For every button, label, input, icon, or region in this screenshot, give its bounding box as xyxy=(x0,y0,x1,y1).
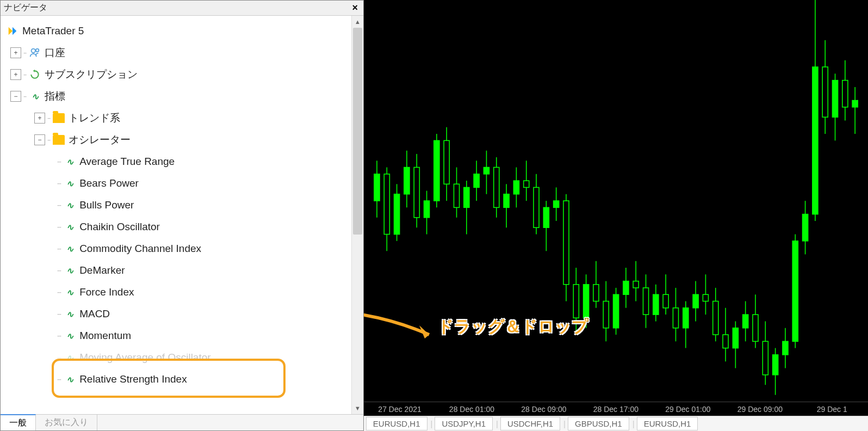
close-icon[interactable]: × xyxy=(350,2,360,14)
tree-indicator-item[interactable]: ····∿Bears Power xyxy=(3,173,349,194)
navigator-tabs: 一般 お気に入り xyxy=(1,414,363,430)
tree-indicator-item[interactable]: ····∿Average True Range xyxy=(3,151,349,173)
svg-rect-85 xyxy=(783,341,788,355)
svg-rect-97 xyxy=(842,81,848,107)
svg-rect-81 xyxy=(762,341,768,375)
svg-rect-83 xyxy=(772,355,778,375)
svg-rect-37 xyxy=(543,207,549,227)
tree-indicator-item[interactable]: ····∿MACD xyxy=(3,303,349,325)
scroll-down-icon[interactable]: ▼ xyxy=(352,402,363,414)
time-label: 29 Dec 01:00 xyxy=(652,405,724,414)
svg-rect-7 xyxy=(394,194,399,235)
tree-root-label: MetaTrader 5 xyxy=(22,25,84,37)
collapse-icon[interactable]: − xyxy=(10,91,21,102)
accounts-icon xyxy=(28,46,41,59)
expand-icon[interactable]: + xyxy=(34,113,45,124)
time-label: 28 Dec 01:00 xyxy=(436,405,507,414)
oscillators-label: オシレーター xyxy=(69,133,131,147)
svg-rect-99 xyxy=(852,101,858,107)
indicator-icon: ∿ xyxy=(63,373,76,386)
tree-indicator-item[interactable]: ····∿Commodity Channel Index xyxy=(3,238,349,260)
indicator-label: Relative Strength Index xyxy=(79,373,187,385)
svg-rect-55 xyxy=(633,281,638,288)
time-label: 27 Dec 2021 xyxy=(364,405,436,414)
scrollbar-thumb[interactable] xyxy=(353,28,362,235)
tree-indicator-item[interactable]: ····∿Bulls Power xyxy=(3,194,349,216)
tree-accounts[interactable]: + ··· 口座 xyxy=(3,42,349,64)
tree-trend-folder[interactable]: + ··· トレンド系 xyxy=(3,107,349,129)
navigator-header: ナビゲータ × xyxy=(1,1,363,16)
tree-indicator-item[interactable]: ····∿Chaikin Oscillator xyxy=(3,216,349,238)
svg-rect-29 xyxy=(504,194,509,208)
svg-rect-27 xyxy=(494,168,499,208)
expand-icon[interactable]: + xyxy=(10,47,21,58)
svg-point-0 xyxy=(32,49,35,53)
chart-tabs: EURUSD,H1|USDJPY,H1|USDCHF,H1|GBPUSD,H1|… xyxy=(364,416,868,431)
tree-root[interactable]: MetaTrader 5 xyxy=(3,20,349,42)
indicator-label: MACD xyxy=(79,308,110,320)
svg-rect-95 xyxy=(832,81,838,118)
svg-rect-93 xyxy=(822,67,828,117)
svg-rect-57 xyxy=(643,288,648,315)
chart-tab[interactable]: EURUSD,H1 xyxy=(366,417,427,430)
folder-icon xyxy=(52,112,65,125)
svg-rect-69 xyxy=(703,294,708,301)
drag-drop-annotation: ドラッグ＆ドロップ xyxy=(437,316,588,338)
navigator-tree: MetaTrader 5 + ··· 口座 + ··· xyxy=(1,16,351,414)
svg-rect-25 xyxy=(483,168,489,174)
indicator-label: Average True Range xyxy=(79,156,175,168)
tab-general[interactable]: 一般 xyxy=(1,414,36,430)
indicator-label: Bulls Power xyxy=(79,199,134,211)
chart-area: ドラッグ＆ドロップ 27 Dec 202128 Dec 01:0028 Dec … xyxy=(364,0,868,431)
tree-indicator-item[interactable]: ····∿Relative Strength Index xyxy=(3,368,349,390)
svg-rect-77 xyxy=(742,315,748,328)
svg-rect-15 xyxy=(434,140,439,201)
arrow-annotation xyxy=(364,305,445,354)
svg-rect-73 xyxy=(723,335,728,348)
svg-rect-19 xyxy=(454,184,459,207)
mt5-icon xyxy=(6,24,19,38)
chart-tab[interactable]: GBPUSD,H1 xyxy=(568,417,629,430)
tab-favorites[interactable]: お気に入り xyxy=(36,415,97,430)
svg-rect-33 xyxy=(524,181,529,187)
tree-indicator-item[interactable]: ····∿Force Index xyxy=(3,281,349,303)
chart-tab[interactable]: USDCHF,H1 xyxy=(500,417,560,430)
indicator-icon: ∿ xyxy=(63,351,76,364)
svg-rect-5 xyxy=(384,174,389,235)
subscriptions-label: サブスクリプション xyxy=(45,67,138,82)
expand-icon[interactable]: + xyxy=(10,69,21,80)
tree-indicator-item[interactable]: ····∿Moving Average of Oscillator xyxy=(3,347,349,368)
svg-rect-61 xyxy=(663,294,668,308)
trend-label: トレンド系 xyxy=(69,111,120,125)
accounts-label: 口座 xyxy=(45,46,65,60)
tree-indicator-item[interactable]: ····∿DeMarker xyxy=(3,260,349,281)
indicator-label: Momentum xyxy=(79,330,131,342)
tree-indicator-item[interactable]: ····∿Momentum xyxy=(3,325,349,347)
svg-rect-43 xyxy=(573,285,579,318)
svg-point-1 xyxy=(36,49,39,52)
svg-rect-65 xyxy=(683,308,689,328)
indicators-label: 指標 xyxy=(45,89,65,103)
indicator-label: Moving Average of Oscillator xyxy=(79,352,211,364)
indicator-icon: ∿ xyxy=(63,242,76,255)
svg-rect-47 xyxy=(593,285,599,301)
svg-rect-63 xyxy=(673,308,678,328)
svg-rect-35 xyxy=(534,187,539,227)
tree-indicators[interactable]: − ··· ∿ 指標 xyxy=(3,85,349,107)
svg-rect-3 xyxy=(374,174,380,201)
svg-rect-53 xyxy=(623,281,629,295)
scroll-up-icon[interactable]: ▲ xyxy=(352,16,363,28)
candlestick-chart[interactable]: ドラッグ＆ドロップ xyxy=(364,0,868,402)
time-label: 29 Dec 09:00 xyxy=(724,405,796,414)
svg-rect-79 xyxy=(753,315,758,341)
scrollbar-track[interactable] xyxy=(352,28,363,402)
tree-oscillators-folder[interactable]: − ··· オシレーター xyxy=(3,129,349,151)
collapse-icon[interactable]: − xyxy=(34,134,45,145)
scrollbar[interactable]: ▲ ▼ xyxy=(351,16,363,414)
chart-tab[interactable]: USDJPY,H1 xyxy=(435,417,493,430)
indicator-icon: ∿ xyxy=(63,199,76,212)
chart-tab[interactable]: EURUSD,H1 xyxy=(637,417,698,430)
tree-subscriptions[interactable]: + ··· サブスクリプション xyxy=(3,64,349,85)
indicator-icon: ∿ xyxy=(63,307,76,321)
svg-rect-59 xyxy=(653,294,659,315)
